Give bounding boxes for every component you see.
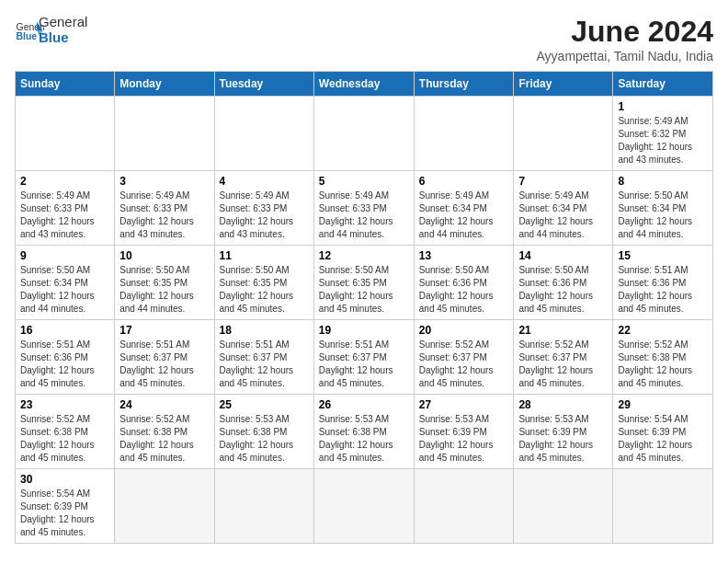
day-number: 6: [419, 175, 509, 188]
calendar-cell: [613, 469, 713, 544]
day-info: Sunrise: 5:52 AM Sunset: 6:38 PM Dayligh…: [618, 339, 708, 390]
calendar-cell: 8Sunrise: 5:50 AM Sunset: 6:34 PM Daylig…: [613, 171, 713, 246]
day-number: 26: [319, 398, 409, 411]
day-number: 8: [618, 175, 708, 188]
day-info: Sunrise: 5:52 AM Sunset: 6:38 PM Dayligh…: [20, 413, 109, 465]
calendar-cell: [313, 97, 414, 171]
day-info: Sunrise: 5:49 AM Sunset: 6:32 PM Dayligh…: [618, 115, 708, 167]
calendar-cell: 10Sunrise: 5:50 AM Sunset: 6:35 PM Dayli…: [115, 246, 214, 320]
weekday-header-tuesday: Tuesday: [214, 72, 313, 97]
weekday-header-thursday: Thursday: [414, 72, 514, 97]
calendar-cell: 5Sunrise: 5:49 AM Sunset: 6:33 PM Daylig…: [313, 171, 414, 246]
day-info: Sunrise: 5:52 AM Sunset: 6:37 PM Dayligh…: [518, 339, 608, 390]
calendar-cell: [214, 97, 313, 171]
day-number: 22: [618, 324, 708, 337]
calendar-cell: 23Sunrise: 5:52 AM Sunset: 6:38 PM Dayli…: [16, 395, 115, 469]
calendar-cell: 11Sunrise: 5:50 AM Sunset: 6:35 PM Dayli…: [214, 246, 313, 320]
calendar-week-row: 16Sunrise: 5:51 AM Sunset: 6:36 PM Dayli…: [16, 320, 713, 395]
weekday-header-wednesday: Wednesday: [313, 72, 414, 97]
calendar-cell: 1Sunrise: 5:49 AM Sunset: 6:32 PM Daylig…: [613, 97, 713, 171]
calendar-week-row: 2Sunrise: 5:49 AM Sunset: 6:33 PM Daylig…: [16, 171, 713, 246]
day-number: 19: [319, 324, 409, 337]
day-number: 11: [220, 249, 309, 262]
calendar-cell: 6Sunrise: 5:49 AM Sunset: 6:34 PM Daylig…: [414, 171, 514, 246]
svg-text:Blue: Blue: [17, 31, 38, 41]
day-info: Sunrise: 5:51 AM Sunset: 6:36 PM Dayligh…: [618, 264, 708, 316]
day-info: Sunrise: 5:50 AM Sunset: 6:35 PM Dayligh…: [319, 264, 409, 316]
title-area: June 2024 Ayyampettai, Tamil Nadu, India: [537, 15, 713, 63]
calendar-cell: 16Sunrise: 5:51 AM Sunset: 6:36 PM Dayli…: [16, 320, 115, 395]
calendar-cell: [115, 469, 214, 544]
day-number: 7: [518, 175, 608, 188]
day-number: 5: [319, 175, 409, 188]
calendar-cell: 21Sunrise: 5:52 AM Sunset: 6:37 PM Dayli…: [514, 320, 613, 395]
day-info: Sunrise: 5:53 AM Sunset: 6:39 PM Dayligh…: [518, 413, 608, 465]
day-info: Sunrise: 5:50 AM Sunset: 6:35 PM Dayligh…: [119, 264, 209, 316]
day-info: Sunrise: 5:51 AM Sunset: 6:37 PM Dayligh…: [220, 339, 309, 390]
weekday-header-sunday: Sunday: [16, 72, 115, 97]
calendar-cell: 15Sunrise: 5:51 AM Sunset: 6:36 PM Dayli…: [613, 246, 713, 320]
day-info: Sunrise: 5:49 AM Sunset: 6:33 PM Dayligh…: [220, 190, 309, 241]
day-number: 9: [20, 249, 109, 262]
day-info: Sunrise: 5:50 AM Sunset: 6:34 PM Dayligh…: [20, 264, 109, 316]
calendar-cell: [514, 97, 613, 171]
day-info: Sunrise: 5:53 AM Sunset: 6:38 PM Dayligh…: [220, 413, 309, 465]
calendar-week-row: 9Sunrise: 5:50 AM Sunset: 6:34 PM Daylig…: [16, 246, 713, 320]
calendar-cell: 3Sunrise: 5:49 AM Sunset: 6:33 PM Daylig…: [115, 171, 214, 246]
weekday-header-saturday: Saturday: [613, 72, 713, 97]
calendar-cell: 22Sunrise: 5:52 AM Sunset: 6:38 PM Dayli…: [613, 320, 713, 395]
day-number: 25: [220, 398, 309, 411]
day-number: 2: [20, 175, 109, 188]
day-info: Sunrise: 5:50 AM Sunset: 6:36 PM Dayligh…: [518, 264, 608, 316]
calendar-cell: 24Sunrise: 5:52 AM Sunset: 6:38 PM Dayli…: [115, 395, 214, 469]
day-info: Sunrise: 5:49 AM Sunset: 6:34 PM Dayligh…: [419, 190, 509, 241]
calendar-cell: 14Sunrise: 5:50 AM Sunset: 6:36 PM Dayli…: [514, 246, 613, 320]
calendar-cell: 7Sunrise: 5:49 AM Sunset: 6:34 PM Daylig…: [514, 171, 613, 246]
day-number: 14: [518, 249, 608, 262]
day-number: 1: [618, 100, 708, 113]
calendar-cell: 29Sunrise: 5:54 AM Sunset: 6:39 PM Dayli…: [613, 395, 713, 469]
day-info: Sunrise: 5:49 AM Sunset: 6:33 PM Dayligh…: [20, 190, 109, 241]
calendar-cell: 25Sunrise: 5:53 AM Sunset: 6:38 PM Dayli…: [214, 395, 313, 469]
day-info: Sunrise: 5:49 AM Sunset: 6:34 PM Dayligh…: [518, 190, 608, 241]
day-info: Sunrise: 5:53 AM Sunset: 6:38 PM Dayligh…: [319, 413, 409, 465]
day-number: 15: [618, 249, 708, 262]
month-title: June 2024: [537, 15, 713, 49]
day-number: 17: [119, 324, 209, 337]
calendar-cell: 12Sunrise: 5:50 AM Sunset: 6:35 PM Dayli…: [313, 246, 414, 320]
calendar-cell: [414, 97, 514, 171]
day-number: 24: [119, 398, 209, 411]
calendar-cell: [115, 97, 214, 171]
day-number: 20: [419, 324, 509, 337]
location-subtitle: Ayyampettai, Tamil Nadu, India: [537, 49, 713, 63]
calendar-cell: 13Sunrise: 5:50 AM Sunset: 6:36 PM Dayli…: [414, 246, 514, 320]
calendar-cell: 28Sunrise: 5:53 AM Sunset: 6:39 PM Dayli…: [514, 395, 613, 469]
day-info: Sunrise: 5:52 AM Sunset: 6:37 PM Dayligh…: [419, 339, 509, 390]
calendar-cell: [514, 469, 613, 544]
calendar-week-row: 23Sunrise: 5:52 AM Sunset: 6:38 PM Dayli…: [16, 395, 713, 469]
weekday-header-monday: Monday: [115, 72, 214, 97]
calendar-week-row: 30Sunrise: 5:54 AM Sunset: 6:39 PM Dayli…: [16, 469, 713, 544]
calendar-cell: [313, 469, 414, 544]
calendar-cell: [414, 469, 514, 544]
day-info: Sunrise: 5:54 AM Sunset: 6:39 PM Dayligh…: [618, 413, 708, 465]
day-info: Sunrise: 5:54 AM Sunset: 6:39 PM Dayligh…: [20, 488, 109, 539]
day-info: Sunrise: 5:50 AM Sunset: 6:36 PM Dayligh…: [419, 264, 509, 316]
calendar-week-row: 1Sunrise: 5:49 AM Sunset: 6:32 PM Daylig…: [16, 97, 713, 171]
logo-general: General: [39, 15, 87, 30]
day-number: 4: [220, 175, 309, 188]
day-info: Sunrise: 5:51 AM Sunset: 6:37 PM Dayligh…: [119, 339, 209, 390]
day-number: 10: [119, 249, 209, 262]
day-number: 27: [419, 398, 509, 411]
day-number: 21: [518, 324, 608, 337]
day-number: 23: [20, 398, 109, 411]
calendar-cell: 2Sunrise: 5:49 AM Sunset: 6:33 PM Daylig…: [16, 171, 115, 246]
day-info: Sunrise: 5:53 AM Sunset: 6:39 PM Dayligh…: [419, 413, 509, 465]
day-number: 3: [119, 175, 209, 188]
calendar-cell: 4Sunrise: 5:49 AM Sunset: 6:33 PM Daylig…: [214, 171, 313, 246]
calendar-header-row: SundayMondayTuesdayWednesdayThursdayFrid…: [16, 72, 713, 97]
day-number: 12: [319, 249, 409, 262]
calendar-cell: 30Sunrise: 5:54 AM Sunset: 6:39 PM Dayli…: [16, 469, 115, 544]
page-header: General Blue General Blue June 2024 Ayya…: [15, 15, 713, 63]
calendar-cell: 26Sunrise: 5:53 AM Sunset: 6:38 PM Dayli…: [313, 395, 414, 469]
